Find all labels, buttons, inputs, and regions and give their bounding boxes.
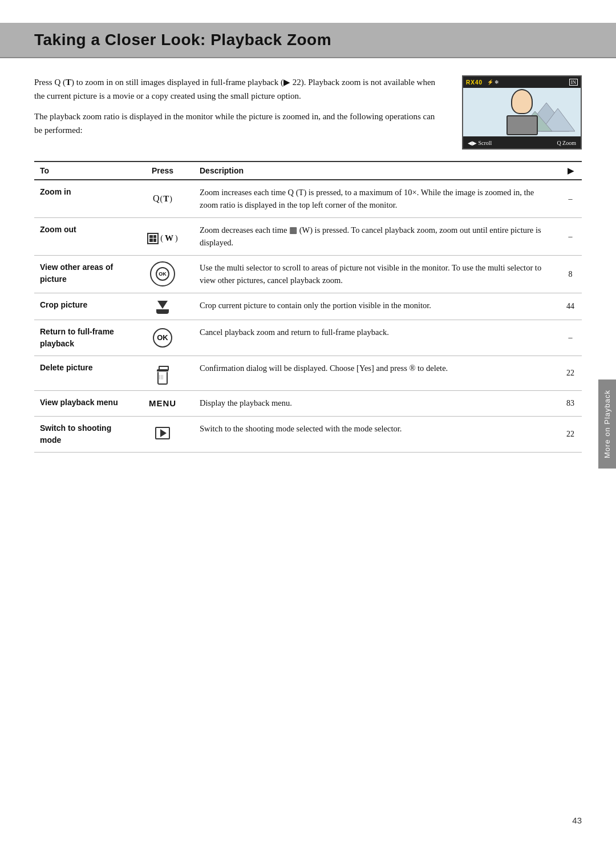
- camera-brand: RX40: [466, 79, 483, 86]
- cell-ref: –: [559, 217, 582, 255]
- cell-to: Crop picture: [34, 293, 131, 320]
- cell-press: [131, 293, 194, 320]
- header-ref: ▶: [559, 161, 582, 180]
- table-container: To Press Description ▶ Zoom inQ(T)Zoom i…: [34, 161, 582, 453]
- camera-icons: ⚡ ❄: [487, 79, 499, 85]
- person-head: [511, 89, 533, 114]
- crop-icon: [156, 301, 169, 314]
- delete-icon: [157, 369, 168, 385]
- side-tab: More on Playback: [598, 379, 616, 469]
- person-body: [506, 115, 538, 135]
- cell-description: Confirmation dialog will be displayed. C…: [194, 356, 559, 390]
- cell-description: Switch to the shooting mode selected wit…: [194, 416, 559, 452]
- camera-scene: [463, 88, 581, 136]
- cell-description: Zoom increases each time Q (T) is presse…: [194, 180, 559, 217]
- reference-table: To Press Description ▶ Zoom inQ(T)Zoom i…: [34, 161, 582, 453]
- page-number: 43: [572, 815, 582, 825]
- person-figure: [506, 89, 538, 135]
- cell-to: Zoom out: [34, 217, 131, 255]
- ok-circle-icon: OK: [153, 328, 172, 348]
- cell-press: MENU: [131, 390, 194, 416]
- cell-ref: 22: [559, 416, 582, 452]
- camera-preview: RX40 ⚡ ❄ IN: [462, 75, 582, 150]
- cell-ref: 8: [559, 255, 582, 293]
- zoom-in-icon: Q(T): [153, 192, 172, 205]
- cell-to: View other areas of picture: [34, 255, 131, 293]
- table-row: Crop picture Crop current picture to con…: [34, 293, 582, 320]
- title-bar: Taking a Closer Look: Playback Zoom: [0, 23, 616, 58]
- page-wrapper: Taking a Closer Look: Playback Zoom Pres…: [0, 0, 616, 487]
- play-rect-icon: [155, 427, 170, 439]
- cell-ref: 44: [559, 293, 582, 320]
- cell-description: Zoom decreases each time ▦ (W) is presse…: [194, 217, 559, 255]
- cell-press: (W): [131, 217, 194, 255]
- intro-paragraph-2: The playback zoom ratio is displayed in …: [34, 110, 445, 137]
- camera-top-bar: RX40 ⚡ ❄ IN: [463, 76, 581, 88]
- cell-to: Delete picture: [34, 356, 131, 390]
- header-desc: Description: [194, 161, 559, 180]
- table-row: Switch to shooting mode Switch to the sh…: [34, 416, 582, 452]
- cell-ref: 83: [559, 390, 582, 416]
- zoom-label: Q Zoom: [557, 140, 576, 146]
- cell-description: Display the playback menu.: [194, 390, 559, 416]
- cell-press: OK: [131, 320, 194, 356]
- cell-description: Crop current picture to contain only the…: [194, 293, 559, 320]
- cell-press: [131, 416, 194, 452]
- menu-label-icon: MENU: [149, 397, 176, 410]
- cell-ref: 22: [559, 356, 582, 390]
- cell-press: OK: [131, 255, 194, 293]
- table-header-row: To Press Description ▶: [34, 161, 582, 180]
- table-row: Zoom inQ(T)Zoom increases each time Q (T…: [34, 180, 582, 217]
- header-press: Press: [131, 161, 194, 180]
- intro-paragraph-1: Press Q (T) to zoom in on still images d…: [34, 75, 445, 103]
- scroll-label: ◀▶ Scroll: [468, 140, 492, 146]
- cell-to: View playback menu: [34, 390, 131, 416]
- multi-selector-icon: OK: [150, 261, 175, 286]
- table-row: View other areas of picture OK Use the m…: [34, 255, 582, 293]
- table-row: Delete picture Confirmation dialog will …: [34, 356, 582, 390]
- camera-bottom-bar: ◀▶ Scroll Q Zoom: [463, 136, 581, 149]
- grid-icon: [147, 233, 159, 244]
- page-title: Taking a Closer Look: Playback Zoom: [34, 31, 582, 49]
- intro-section: Press Q (T) to zoom in on still images d…: [34, 75, 582, 150]
- camera-corner-label: IN: [569, 79, 578, 86]
- cell-description: Cancel playback zoom and return to full-…: [194, 320, 559, 356]
- intro-text: Press Q (T) to zoom in on still images d…: [34, 75, 445, 150]
- header-to: To: [34, 161, 131, 180]
- cell-press: Q(T): [131, 180, 194, 217]
- table-row: Zoom out (W) Zoom decreases each time ▦ …: [34, 217, 582, 255]
- cell-ref: –: [559, 180, 582, 217]
- zoom-out-icon: (W): [147, 232, 177, 245]
- table-row: View playback menuMENUDisplay the playba…: [34, 390, 582, 416]
- cell-to: Return to full-frame playback: [34, 320, 131, 356]
- table-row: Return to full-frame playback OK Cancel …: [34, 320, 582, 356]
- cell-press: [131, 356, 194, 390]
- cell-to: Switch to shooting mode: [34, 416, 131, 452]
- magnifier-icon: Q: [153, 192, 160, 205]
- cell-to: Zoom in: [34, 180, 131, 217]
- cell-ref: –: [559, 320, 582, 356]
- cell-description: Use the multi selector to scroll to area…: [194, 255, 559, 293]
- ok-ring: OK: [156, 267, 169, 281]
